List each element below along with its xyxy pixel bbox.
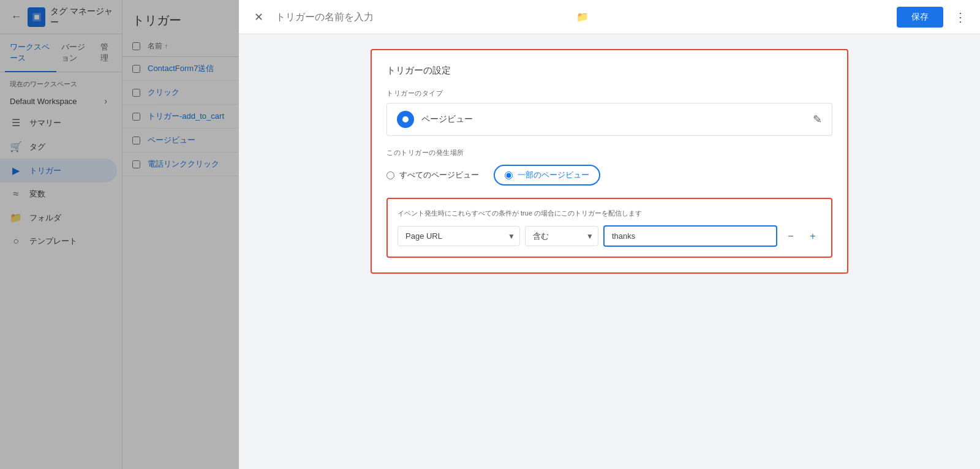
- radio-all-label: すべてのページビュー: [399, 170, 479, 181]
- edit-icon[interactable]: ✎: [813, 113, 822, 126]
- save-button[interactable]: 保存: [897, 7, 943, 28]
- radio-all-input[interactable]: [386, 171, 394, 179]
- occurrence-label: このトリガーの発生場所: [386, 148, 832, 157]
- trigger-config-card: トリガーの設定 トリガーのタイプ ページビュー ✎ このトリガーの発生場所: [371, 49, 848, 274]
- radio-some-input[interactable]: [505, 171, 513, 179]
- occurrence-section: このトリガーの発生場所 すべてのページビュー 一部のページビュー: [386, 148, 832, 186]
- more-options-button[interactable]: ⋮: [951, 7, 970, 27]
- remove-condition-button[interactable]: −: [782, 228, 799, 245]
- panel-close-button[interactable]: ✕: [249, 7, 268, 27]
- condition-operator-wrapper: 含む ▼: [525, 226, 598, 246]
- trigger-type-selector[interactable]: ページビュー ✎: [386, 103, 832, 136]
- add-condition-button[interactable]: +: [804, 228, 821, 245]
- trigger-type-name: ページビュー: [421, 114, 473, 125]
- folder-button[interactable]: 📁: [573, 7, 592, 27]
- radio-group: すべてのページビュー 一部のページビュー: [386, 165, 832, 186]
- condition-value-input[interactable]: [603, 225, 777, 247]
- config-card-title: トリガーの設定: [386, 65, 832, 77]
- type-field-label: トリガーのタイプ: [386, 89, 832, 98]
- trigger-type-icon: [397, 111, 414, 128]
- condition-row-0: Page URL ▼ 含む ▼ − +: [398, 225, 821, 247]
- trigger-edit-panel: ✕ 📁 保存 ⋮ トリガーの設定 トリガーのタイプ ページビュー ✎: [239, 0, 980, 469]
- condition-operator-select[interactable]: 含む: [525, 226, 598, 246]
- radio-some-label: 一部のページビュー: [518, 170, 589, 181]
- condition-field-select[interactable]: Page URL: [398, 226, 520, 246]
- conditions-section: イベント発生時にこれらすべての条件が true の場合にこのトリガーを配信します…: [386, 198, 832, 258]
- radio-all-pageviews[interactable]: すべてのページビュー: [386, 170, 479, 181]
- conditions-label: イベント発生時にこれらすべての条件が true の場合にこのトリガーを配信します: [398, 209, 821, 218]
- condition-field-wrapper: Page URL ▼: [398, 226, 520, 246]
- trigger-type-left: ページビュー: [397, 111, 473, 128]
- overlay-backdrop[interactable]: [0, 0, 239, 469]
- panel-header: ✕ 📁 保存 ⋮: [239, 0, 980, 34]
- radio-some-pageviews[interactable]: 一部のページビュー: [494, 165, 600, 186]
- trigger-name-input[interactable]: [276, 12, 565, 23]
- panel-body: トリガーの設定 トリガーのタイプ ページビュー ✎ このトリガーの発生場所: [239, 34, 980, 469]
- trigger-edit-overlay: ✕ 📁 保存 ⋮ トリガーの設定 トリガーのタイプ ページビュー ✎: [0, 0, 980, 469]
